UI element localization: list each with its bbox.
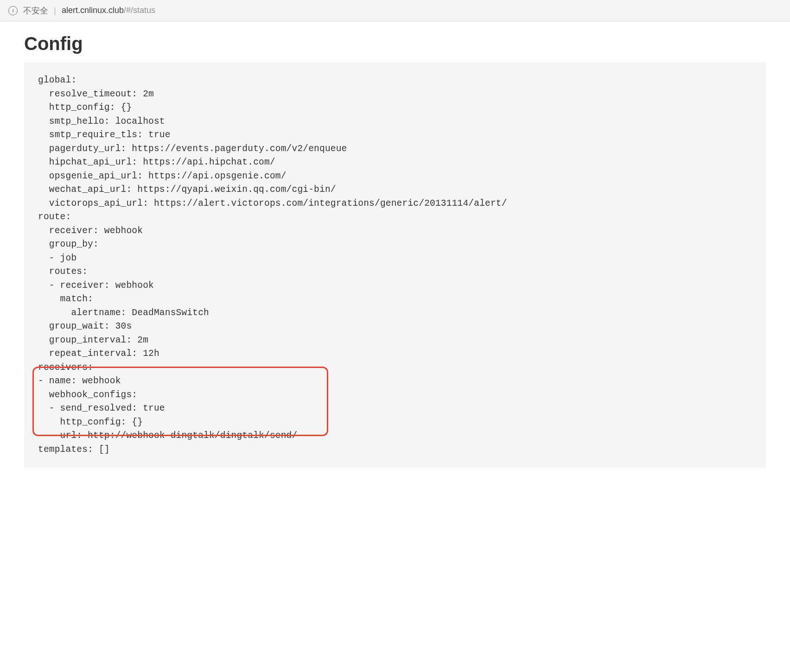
url-path: /#/status [124,6,155,15]
url-host: alert.cnlinux.club [62,6,124,15]
page-content: Config global: resolve_timeout: 2m http_… [0,21,790,486]
config-code-block: global: resolve_timeout: 2m http_config:… [24,63,766,468]
divider: | [54,6,56,16]
page-title: Config [24,33,766,54]
browser-address-bar: i 不安全 | alert.cnlinux.club/#/status [0,0,790,21]
config-text: global: resolve_timeout: 2m http_config:… [38,74,752,456]
info-icon[interactable]: i [8,6,18,15]
url-display[interactable]: alert.cnlinux.club/#/status [62,6,155,15]
security-status: 不安全 [23,5,48,16]
